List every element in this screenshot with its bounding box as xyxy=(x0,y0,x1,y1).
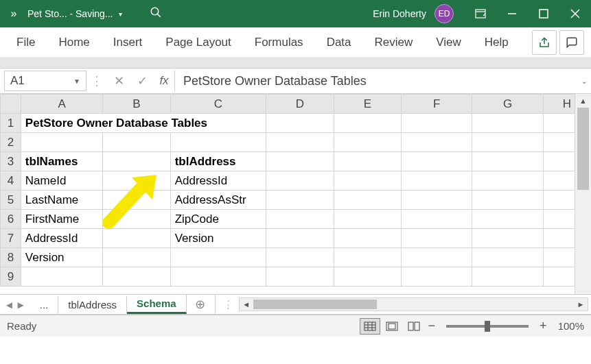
tab-view[interactable]: View xyxy=(426,30,471,55)
cell[interactable] xyxy=(402,210,472,229)
cell[interactable]: PetStore Owner Database Tables xyxy=(21,114,266,133)
row-header[interactable]: 3 xyxy=(1,152,21,171)
cell[interactable] xyxy=(402,114,472,133)
col-header-B[interactable]: B xyxy=(103,95,170,114)
cell[interactable] xyxy=(103,152,170,171)
cell[interactable] xyxy=(402,191,472,210)
name-box-dropdown-icon[interactable]: ▼ xyxy=(73,77,80,85)
vertical-scrollbar[interactable]: ▲ xyxy=(575,94,591,294)
cell[interactable] xyxy=(334,229,401,248)
fx-label[interactable]: fx xyxy=(154,74,174,88)
formula-input[interactable]: PetStore Owner Database Tables xyxy=(174,71,577,91)
cell[interactable] xyxy=(334,248,401,267)
cell[interactable] xyxy=(472,191,543,210)
cell[interactable] xyxy=(472,133,543,152)
cell[interactable] xyxy=(266,229,334,248)
cell[interactable] xyxy=(266,210,334,229)
sheet-next-icon[interactable]: ► xyxy=(16,299,26,311)
cell[interactable] xyxy=(170,248,266,267)
cell[interactable] xyxy=(402,152,472,171)
name-box[interactable]: A1 ▼ xyxy=(4,71,86,91)
cell[interactable] xyxy=(402,133,472,152)
zoom-slider[interactable] xyxy=(446,325,529,328)
share-button[interactable] xyxy=(532,30,557,55)
cell[interactable] xyxy=(334,171,401,191)
tab-page-layout[interactable]: Page Layout xyxy=(156,30,240,55)
col-header-E[interactable]: E xyxy=(334,95,401,114)
col-header-C[interactable]: C xyxy=(170,95,266,114)
scroll-left-icon[interactable]: ◄ xyxy=(240,300,253,308)
cell[interactable] xyxy=(402,171,472,191)
row-header[interactable]: 9 xyxy=(1,267,21,287)
search-icon[interactable] xyxy=(150,6,162,21)
user-avatar[interactable]: ED xyxy=(434,4,454,23)
tab-home[interactable]: Home xyxy=(49,30,99,55)
cell[interactable] xyxy=(334,152,401,171)
sheet-ellipsis[interactable]: ... xyxy=(30,296,59,313)
cell[interactable] xyxy=(472,114,543,133)
tab-review[interactable]: Review xyxy=(365,30,423,55)
cell[interactable] xyxy=(472,152,543,171)
tab-insert[interactable]: Insert xyxy=(104,30,152,55)
row-header[interactable]: 1 xyxy=(1,114,21,133)
select-all-corner[interactable] xyxy=(1,95,21,114)
add-sheet-button[interactable]: ⊕ xyxy=(187,297,213,312)
cell[interactable]: FirstName xyxy=(21,210,102,229)
cell[interactable] xyxy=(266,191,334,210)
cell[interactable] xyxy=(472,210,543,229)
tab-help[interactable]: Help xyxy=(475,30,518,55)
cell[interactable] xyxy=(266,133,334,152)
cell[interactable]: tblNames xyxy=(21,152,102,171)
pane-separator[interactable]: ⋮ xyxy=(220,298,236,311)
cell[interactable] xyxy=(103,267,170,287)
cell[interactable]: Version xyxy=(21,248,102,267)
col-header-A[interactable]: A xyxy=(21,95,102,114)
cell[interactable] xyxy=(266,171,334,191)
view-page-break-button[interactable] xyxy=(404,318,424,335)
row-header[interactable]: 5 xyxy=(1,191,21,210)
cell[interactable]: AddressId xyxy=(170,171,266,191)
cell[interactable] xyxy=(472,229,543,248)
cell[interactable] xyxy=(472,171,543,191)
cell[interactable] xyxy=(103,171,170,191)
enter-button[interactable]: ✓ xyxy=(130,73,154,88)
cell[interactable]: AddressAsStr xyxy=(170,191,266,210)
cell[interactable] xyxy=(103,210,170,229)
cell[interactable] xyxy=(334,191,401,210)
cell[interactable]: Version xyxy=(170,229,266,248)
scroll-thumb[interactable] xyxy=(253,300,377,309)
minimize-button[interactable] xyxy=(496,0,528,27)
view-page-layout-button[interactable] xyxy=(382,318,402,335)
cell[interactable] xyxy=(266,267,334,287)
row-header[interactable]: 4 xyxy=(1,171,21,191)
sheet-tab-schema[interactable]: Schema xyxy=(127,295,187,314)
sheet-tab-tbladdress[interactable]: tblAddress xyxy=(58,296,127,313)
tab-formulas[interactable]: Formulas xyxy=(245,30,313,55)
sheet-nav[interactable]: ◄ ► xyxy=(0,299,30,311)
user-name[interactable]: Erin Doherty xyxy=(373,8,426,19)
horizontal-scrollbar[interactable]: ◄ ► xyxy=(239,298,588,311)
cell[interactable] xyxy=(402,267,472,287)
cell[interactable]: NameId xyxy=(21,171,102,191)
cell[interactable] xyxy=(334,267,401,287)
cell[interactable] xyxy=(472,248,543,267)
cell[interactable] xyxy=(334,133,401,152)
cell[interactable] xyxy=(170,133,266,152)
quick-access-more[interactable]: » xyxy=(0,8,27,20)
spreadsheet-grid[interactable]: A B C D E F G H 1PetStore Owner Database… xyxy=(0,94,591,294)
ribbon-display-options[interactable] xyxy=(465,0,496,27)
cell[interactable]: tblAddress xyxy=(170,152,266,171)
cell[interactable] xyxy=(103,191,170,210)
zoom-out-button[interactable]: − xyxy=(424,319,440,333)
cancel-button[interactable]: ✕ xyxy=(107,73,130,88)
sheet-prev-icon[interactable]: ◄ xyxy=(4,299,14,311)
col-header-F[interactable]: F xyxy=(402,95,472,114)
col-header-D[interactable]: D xyxy=(266,95,334,114)
cell[interactable] xyxy=(21,267,102,287)
cell[interactable] xyxy=(472,267,543,287)
view-normal-button[interactable] xyxy=(360,318,380,335)
scroll-right-icon[interactable]: ► xyxy=(574,300,588,308)
close-button[interactable] xyxy=(559,0,591,27)
cell[interactable] xyxy=(266,152,334,171)
col-header-G[interactable]: G xyxy=(472,95,543,114)
